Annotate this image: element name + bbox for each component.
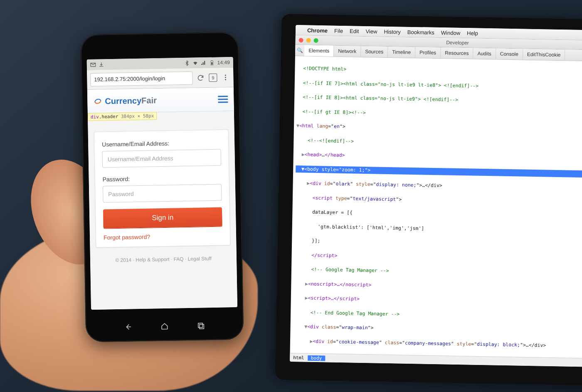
menu-file[interactable]: File xyxy=(334,27,343,34)
phone-device: 14:49 192.168.2.75:2000/login/login 9 Cu… xyxy=(81,32,244,343)
tab-profiles[interactable]: Profiles xyxy=(415,47,441,58)
svg-rect-6 xyxy=(198,323,202,328)
traffic-light-min-icon[interactable] xyxy=(306,38,311,42)
username-input[interactable] xyxy=(102,149,221,168)
traffic-light-close-icon[interactable] xyxy=(299,38,303,42)
browser-address-bar: 192.168.2.75:2000/login/login 9 xyxy=(87,68,234,90)
back-icon[interactable] xyxy=(121,323,136,331)
devtools-hover-tooltip: div.header 384px × 58px xyxy=(88,112,157,121)
menu-window[interactable]: Window xyxy=(441,30,461,36)
tab-editthiscookie[interactable]: EditThisCookie xyxy=(523,49,565,61)
hamburger-menu-icon[interactable] xyxy=(218,96,228,103)
laptop-device: Chrome File Edit View History Bookmarks … xyxy=(275,14,582,385)
home-icon[interactable] xyxy=(158,323,172,330)
svg-rect-1 xyxy=(211,62,213,65)
svg-rect-2 xyxy=(211,60,212,61)
mail-icon xyxy=(90,62,96,68)
crumb-html[interactable]: html xyxy=(290,355,308,360)
url-field[interactable]: 192.168.2.75:2000/login/login xyxy=(90,71,193,86)
android-nav-bar xyxy=(86,321,244,332)
status-time: 14:49 xyxy=(217,59,230,66)
menu-history[interactable]: History xyxy=(384,28,401,35)
traffic-light-max-icon[interactable] xyxy=(314,38,318,42)
menu-app-name[interactable]: Chrome xyxy=(307,27,328,34)
dom-tree[interactable]: <!DOCTYPE html> <!--[if IE 7]><html clas… xyxy=(290,56,582,358)
photo-scene: 14:49 192.168.2.75:2000/login/login 9 Cu… xyxy=(0,0,582,392)
wifi-icon xyxy=(192,60,198,66)
svg-point-5 xyxy=(225,79,226,80)
tab-elements[interactable]: Elements xyxy=(304,45,334,56)
menu-view[interactable]: View xyxy=(365,28,377,34)
crumb-body[interactable]: body xyxy=(308,355,326,361)
menu-help[interactable]: Help xyxy=(467,30,478,36)
recents-icon[interactable] xyxy=(193,322,207,330)
tab-console[interactable]: Console xyxy=(496,48,523,59)
download-icon xyxy=(99,62,104,67)
username-label: Username/Email Address: xyxy=(102,139,221,148)
signal-icon xyxy=(201,60,207,66)
laptop-screen: Chrome File Edit View History Bookmarks … xyxy=(290,25,582,367)
tab-audits[interactable]: Audits xyxy=(473,48,496,59)
password-label: Password: xyxy=(103,174,222,183)
page-content: CurrencyFair div.header 384px × 58px Use… xyxy=(87,87,237,310)
tab-sources[interactable]: Sources xyxy=(361,46,388,57)
svg-rect-7 xyxy=(199,324,204,329)
battery-icon xyxy=(209,60,215,66)
tab-resources[interactable]: Resources xyxy=(441,47,473,59)
menu-icon[interactable] xyxy=(221,73,230,82)
site-header: CurrencyFair xyxy=(87,87,234,113)
brand-swirl-icon xyxy=(93,96,102,106)
login-card: Username/Email Address: Password: Sign i… xyxy=(94,129,231,248)
search-icon[interactable]: 🔍 xyxy=(295,47,304,53)
menu-edit[interactable]: Edit xyxy=(350,28,359,34)
tab-timeline[interactable]: Timeline xyxy=(388,47,415,58)
page-footer: © 2014 · Help & Support · FAQ · Legal St… xyxy=(90,255,237,264)
svg-point-4 xyxy=(225,77,226,78)
brand-logo[interactable]: CurrencyFair xyxy=(93,96,157,106)
tab-network[interactable]: Network xyxy=(334,46,361,57)
svg-point-3 xyxy=(225,75,226,76)
tabs-button[interactable]: 9 xyxy=(208,73,217,82)
forgot-password-link[interactable]: Forgot password? xyxy=(104,234,150,241)
reload-icon[interactable] xyxy=(196,73,205,82)
signin-button[interactable]: Sign in xyxy=(103,207,222,228)
bluetooth-icon xyxy=(184,60,190,66)
menu-bookmarks[interactable]: Bookmarks xyxy=(407,29,434,35)
password-input[interactable] xyxy=(103,184,222,203)
phone-screen: 14:49 192.168.2.75:2000/login/login 9 Cu… xyxy=(87,57,237,310)
